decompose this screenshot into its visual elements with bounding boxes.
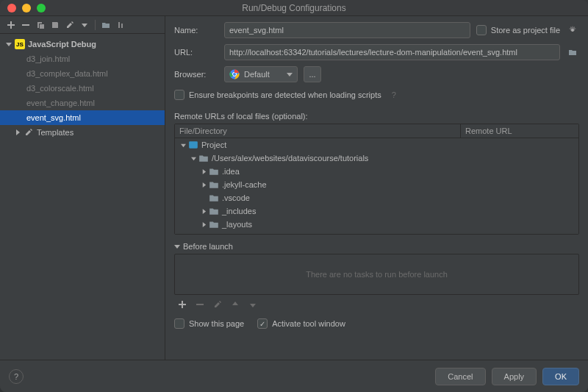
table-header: File/Directory Remote URL — [175, 124, 578, 138]
ok-button[interactable]: OK — [542, 368, 579, 385]
tree-group-javascript-debug[interactable]: JS JavaScript Debug — [0, 37, 165, 51]
config-item[interactable]: d3_complex_data.html — [0, 66, 165, 81]
chrome-icon — [229, 69, 240, 79]
window-title: Run/Debug Configurations — [0, 3, 588, 13]
checkbox-checked-icon[interactable] — [257, 318, 268, 329]
folder-icon — [209, 179, 219, 190]
url-input[interactable] — [224, 44, 560, 60]
chevron-right-icon — [13, 128, 22, 137]
wrench-icon — [24, 127, 34, 138]
copy-config-button[interactable] — [34, 18, 47, 32]
ensure-breakpoints-checkbox[interactable]: Ensure breakpoints are detected when loa… — [174, 90, 381, 100]
file-tree-item[interactable]: _includes — [175, 204, 578, 218]
toolbar-separator — [95, 20, 96, 30]
configurations-sidebar: JS JavaScript Debug d3_join.html d3_comp… — [0, 16, 165, 360]
file-tree-item[interactable]: /Users/alex/websites/dataviscourse/tutor… — [175, 152, 578, 165]
column-remote-url[interactable]: Remote URL — [461, 124, 578, 138]
file-tree-item[interactable]: _site — [175, 231, 578, 234]
file-tree-item[interactable]: .vscode — [175, 191, 578, 204]
chevron-down-icon — [179, 143, 187, 148]
chevron-right-icon — [200, 182, 207, 188]
name-label: Name: — [174, 26, 218, 35]
bottom-options: Show this page Activate tool window — [174, 318, 579, 329]
name-row: Name: Store as project file — [174, 22, 579, 38]
file-tree: Project /Users/alex/websites/dataviscour… — [175, 138, 578, 234]
project-icon — [188, 140, 198, 150]
store-as-project-file[interactable]: Store as project file — [476, 25, 560, 35]
browser-label: Browser: — [174, 70, 218, 79]
folder-icon — [198, 153, 209, 163]
before-launch-header[interactable]: Before launch — [174, 242, 579, 251]
config-item[interactable]: event_change.html — [0, 96, 165, 110]
checkbox-icon[interactable] — [476, 25, 487, 35]
config-item[interactable]: d3_join.html — [0, 51, 165, 66]
chevron-right-icon — [200, 209, 207, 214]
checkbox-icon[interactable] — [174, 318, 184, 329]
svg-point-3 — [233, 73, 236, 76]
move-up-button — [229, 298, 242, 311]
tree-group-label: JavaScript Debug — [28, 40, 96, 49]
activate-tool-window-checkbox[interactable]: Activate tool window — [257, 318, 345, 329]
remove-config-button[interactable] — [19, 18, 32, 32]
zoom-window-button[interactable] — [37, 4, 46, 13]
configurations-tree: JS JavaScript Debug d3_join.html d3_comp… — [0, 34, 165, 360]
browser-select[interactable]: Default — [224, 66, 298, 82]
add-config-button[interactable] — [4, 18, 18, 32]
config-item-selected[interactable]: event_svg.html — [0, 110, 165, 125]
folder-icon — [209, 166, 219, 177]
configuration-panel: Name: Store as project file URL: Browser… — [165, 16, 588, 360]
column-file-directory[interactable]: File/Directory — [175, 124, 461, 138]
before-launch-empty: There are no tasks to run before launch — [174, 254, 579, 295]
edit-task-button — [211, 298, 224, 311]
edit-templates-button[interactable] — [63, 18, 76, 32]
remote-urls-table: File/Directory Remote URL Project /Users… — [174, 124, 579, 235]
minimize-window-button[interactable] — [22, 4, 31, 13]
chevron-right-icon — [200, 222, 207, 227]
before-launch-toolbar — [174, 295, 579, 314]
dropdown-icon[interactable] — [78, 18, 91, 32]
file-tree-item[interactable]: _layouts — [175, 218, 578, 231]
chevron-down-icon — [174, 243, 180, 249]
tree-templates[interactable]: Templates — [0, 125, 165, 140]
cancel-button[interactable]: Cancel — [435, 368, 485, 385]
sidebar-toolbar — [0, 16, 165, 34]
move-down-button — [246, 298, 259, 311]
browse-button[interactable]: ... — [304, 66, 321, 82]
help-button[interactable]: ? — [9, 369, 24, 384]
dialog-body: JS JavaScript Debug d3_join.html d3_comp… — [0, 16, 588, 360]
folder-icon — [209, 232, 219, 234]
dialog-window: Run/Debug Configurations JS JavaScript D… — [0, 0, 588, 392]
folder-icon — [209, 206, 219, 216]
chevron-right-icon — [200, 169, 207, 174]
folder-icon[interactable] — [566, 46, 579, 59]
file-tree-item[interactable]: .jekyll-cache — [175, 178, 578, 191]
browser-row: Browser: Default ... — [174, 66, 579, 82]
remove-task-button — [193, 298, 207, 311]
chevron-down-icon — [287, 71, 293, 77]
add-task-button[interactable] — [176, 298, 189, 311]
gear-icon[interactable] — [566, 24, 579, 37]
save-config-button[interactable] — [49, 18, 62, 32]
javascript-icon: JS — [15, 39, 25, 49]
folder-icon — [209, 193, 219, 203]
move-to-folder-button[interactable] — [99, 18, 112, 32]
title-bar: Run/Debug Configurations — [0, 0, 588, 16]
svg-rect-4 — [189, 141, 198, 148]
url-row: URL: — [174, 44, 579, 60]
close-window-button[interactable] — [7, 4, 16, 13]
url-label: URL: — [174, 48, 218, 57]
config-item[interactable]: d3_colorscale.html — [0, 81, 165, 96]
show-this-page-checkbox[interactable]: Show this page — [174, 318, 244, 329]
file-tree-item[interactable]: .idea — [175, 165, 578, 178]
folder-icon — [209, 219, 219, 229]
file-tree-item[interactable]: Project — [175, 138, 578, 152]
footer-buttons: Cancel Apply OK — [435, 368, 579, 385]
checkbox-icon[interactable] — [174, 90, 184, 100]
name-input[interactable] — [224, 22, 470, 38]
apply-button[interactable]: Apply — [492, 368, 537, 385]
ensure-breakpoints-row: Ensure breakpoints are detected when loa… — [174, 88, 579, 101]
help-icon[interactable]: ? — [387, 88, 401, 101]
sort-button[interactable] — [114, 18, 127, 32]
before-launch-section: Before launch There are no tasks to run … — [174, 242, 579, 314]
chevron-down-icon — [190, 156, 197, 161]
